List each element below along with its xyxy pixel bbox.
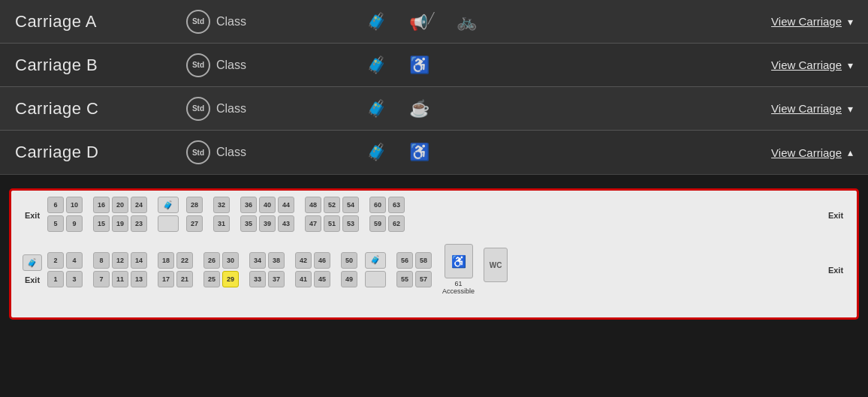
seat-47[interactable]: 47 (305, 215, 321, 232)
quiet-icon: 📢╱ (409, 12, 434, 32)
seat-39[interactable]: 39 (259, 215, 276, 232)
seat-17[interactable]: 17 (158, 271, 174, 287)
seat-group-bot-3: 1822 1721 (158, 252, 193, 287)
seat-21[interactable]: 21 (176, 271, 193, 287)
seat-31[interactable]: 31 (213, 215, 230, 232)
seat-5[interactable]: 5 (47, 215, 64, 232)
seat-46[interactable]: 46 (314, 252, 330, 269)
seat-9[interactable]: 9 (66, 215, 83, 232)
seat-50[interactable]: 50 (341, 252, 357, 269)
luggage-top: 🧳 (158, 197, 179, 232)
carriage-row-a: Carriage A Std Class 🧳 📢╱ 🚲 View Carriag… (0, 0, 868, 44)
seat-59[interactable]: 59 (369, 215, 386, 232)
carriage-d-action: View Carriage ▴ (680, 146, 868, 159)
seat-27[interactable]: 27 (186, 215, 203, 232)
seat-group-bot-2: 81214 71113 (93, 252, 147, 287)
seat-group-top-4: 32 31 (213, 197, 230, 232)
seat-41[interactable]: 41 (295, 271, 312, 287)
seat-24[interactable]: 24 (131, 197, 147, 213)
seat-36[interactable]: 36 (240, 197, 257, 213)
seat-45[interactable]: 45 (314, 271, 330, 287)
seat-12[interactable]: 12 (112, 252, 128, 269)
seat-15[interactable]: 15 (93, 215, 110, 232)
seat-group-bot-5: 3438 3337 (249, 252, 285, 287)
carriage-b-chevron: ▾ (848, 59, 853, 71)
seat-48[interactable]: 48 (305, 197, 321, 213)
carriage-b-class: Std Class (186, 53, 351, 77)
carriage-a-action: View Carriage ▾ (680, 15, 868, 28)
seat-38[interactable]: 38 (268, 252, 285, 269)
seat-13[interactable]: 13 (131, 271, 147, 287)
view-carriage-d-link[interactable]: View Carriage (771, 146, 842, 159)
seat-18[interactable]: 18 (158, 252, 174, 269)
carriage-diagram: Exit 610 59 162024 151923 🧳 (9, 188, 859, 320)
exit-bottom-right-label: Exit (828, 266, 843, 275)
luggage-icon-d: 🧳 (366, 143, 387, 162)
view-carriage-c-link[interactable]: View Carriage (771, 102, 842, 115)
seat-11[interactable]: 11 (112, 271, 128, 287)
seat-group-top-6: 485254 475153 (305, 197, 359, 232)
wc-col: WC (484, 248, 508, 291)
seat-34[interactable]: 34 (249, 252, 266, 269)
seat-53[interactable]: 53 (342, 215, 359, 232)
carriage-b-name: Carriage B (0, 56, 186, 75)
accessible-seat-61[interactable]: ♿ (445, 244, 473, 278)
seat-group-top-7: 6063 5962 (369, 197, 405, 232)
carriage-list: Carriage A Std Class 🧳 📢╱ 🚲 View Carriag… (0, 0, 868, 175)
seat-16[interactable]: 16 (93, 197, 110, 213)
seat-32[interactable]: 32 (213, 197, 230, 213)
carriage-c-name: Carriage C (0, 99, 186, 119)
carriage-a-class: Std Class (186, 10, 351, 34)
carriage-c-action: View Carriage ▾ (680, 102, 868, 115)
seat-29[interactable]: 29 (222, 271, 239, 287)
std-badge-a: Std (186, 10, 210, 34)
seat-30[interactable]: 30 (222, 252, 239, 269)
seat-4[interactable]: 4 (66, 252, 83, 269)
seat-19[interactable]: 19 (112, 215, 128, 232)
carriage-c-chevron: ▾ (848, 103, 853, 115)
seat-55[interactable]: 55 (396, 271, 413, 287)
seat-44[interactable]: 44 (278, 197, 294, 213)
coffee-icon-c: ☕ (409, 99, 429, 119)
seat-42[interactable]: 42 (295, 252, 312, 269)
seat-60[interactable]: 60 (369, 197, 386, 213)
view-carriage-b-link[interactable]: View Carriage (771, 59, 842, 71)
seat-22[interactable]: 22 (176, 252, 193, 269)
seat-group-top-2: 162024 151923 (93, 197, 147, 232)
seat-28[interactable]: 28 (186, 197, 203, 213)
seat-1[interactable]: 1 (47, 271, 64, 287)
std-badge-c: Std (186, 97, 210, 121)
seat-51[interactable]: 51 (324, 215, 340, 232)
seat-37[interactable]: 37 (268, 271, 285, 287)
seat-52[interactable]: 52 (324, 197, 340, 213)
carriage-b-action: View Carriage ▾ (680, 59, 868, 71)
carriage-d-name: Carriage D (0, 143, 186, 162)
seat-57[interactable]: 57 (415, 271, 432, 287)
seat-8[interactable]: 8 (93, 252, 110, 269)
seat-2[interactable]: 2 (47, 252, 64, 269)
luggage-icon-b: 🧳 (366, 56, 387, 75)
seat-group-top-5: 364044 353943 (240, 197, 294, 232)
seat-63[interactable]: 63 (388, 197, 405, 213)
seat-56[interactable]: 56 (396, 252, 413, 269)
seat-62[interactable]: 62 (388, 215, 405, 232)
seat-14[interactable]: 14 (131, 252, 147, 269)
seat-54[interactable]: 54 (342, 197, 359, 213)
seat-6[interactable]: 6 (47, 197, 64, 213)
seat-3[interactable]: 3 (66, 271, 83, 287)
seat-33[interactable]: 33 (249, 271, 266, 287)
view-carriage-a-link[interactable]: View Carriage (771, 15, 842, 28)
seat-23[interactable]: 23 (131, 215, 147, 232)
seat-49[interactable]: 49 (341, 271, 357, 287)
seat-26[interactable]: 26 (203, 252, 220, 269)
seat-58[interactable]: 58 (415, 252, 432, 269)
seat-25[interactable]: 25 (203, 271, 220, 287)
seat-7[interactable]: 7 (93, 271, 110, 287)
seat-10[interactable]: 10 (66, 197, 83, 213)
seat-43[interactable]: 43 (278, 215, 294, 232)
seat-20[interactable]: 20 (112, 197, 128, 213)
carriage-d-amenities: 🧳 ♿ (351, 143, 680, 162)
seat-40[interactable]: 40 (259, 197, 276, 213)
luggage-icon-c: 🧳 (366, 99, 387, 119)
seat-35[interactable]: 35 (240, 215, 257, 232)
